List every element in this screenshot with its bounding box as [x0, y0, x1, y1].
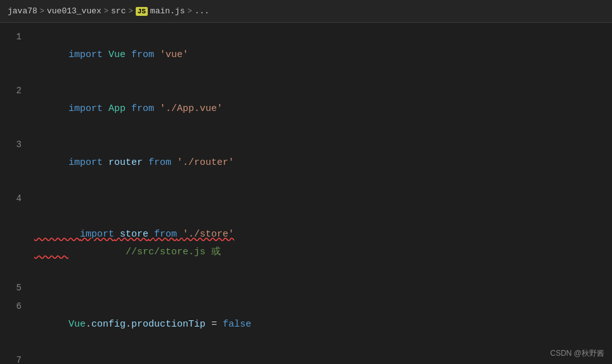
- code-line-1: 1 import Vue from 'vue': [0, 28, 612, 82]
- line-number-4: 4: [0, 190, 32, 207]
- line-content-5: [32, 280, 612, 297]
- code-line-4: 4 import store from './store' //src/stor…: [0, 190, 612, 279]
- dot2: .: [126, 319, 131, 330]
- code-line-2: 2 import App from './App.vue': [0, 82, 612, 136]
- breadcrumb-sep1: >: [40, 7, 44, 16]
- breadcrumb-sep4: >: [187, 7, 192, 16]
- keyword-from-2: from: [131, 103, 154, 114]
- code-line-5: 5: [0, 279, 612, 297]
- keyword-from-3: from: [148, 157, 171, 168]
- line-content-3: import router from './router': [32, 136, 612, 190]
- keyword-import-2: import: [68, 103, 103, 114]
- keyword-from-4: from: [154, 229, 177, 240]
- code-editor: 1 import Vue from 'vue' 2 import App fro…: [0, 23, 612, 364]
- code-line-6: 6 Vue.config.productionTip = false: [0, 297, 612, 351]
- line-content-4: import store from './store' //src/store.…: [32, 190, 612, 279]
- line-number-6: 6: [0, 297, 32, 315]
- keyword-false: false: [223, 319, 251, 330]
- breadcrumb-sep3: >: [128, 7, 133, 16]
- breadcrumb-file[interactable]: main.js: [150, 6, 185, 16]
- ident-config: config: [91, 319, 126, 330]
- ident-productiontip: productionTip: [131, 319, 205, 330]
- op-assign: =: [211, 319, 217, 330]
- comment-store: //src/store.js 或: [126, 247, 221, 257]
- line-number-5: 5: [0, 279, 32, 297]
- line-number-2: 2: [0, 82, 32, 100]
- ident-vue-config: Vue: [68, 319, 86, 330]
- watermark: CSDN @秋野酱: [550, 348, 604, 359]
- line-number-3: 3: [0, 136, 32, 153]
- string-app: './App.vue': [160, 103, 223, 114]
- keyword-import-4: import: [80, 229, 114, 240]
- breadcrumb: java78 > vue013_vuex > src > JS main.js …: [0, 0, 612, 23]
- keyword-from: from: [131, 49, 154, 60]
- keyword-import-3: import: [68, 157, 103, 168]
- ident-vue: Vue: [108, 49, 126, 60]
- line-content-7: [32, 352, 612, 364]
- line-content-6: Vue.config.productionTip = false: [32, 298, 612, 351]
- breadcrumb-ellipsis: ...: [195, 6, 209, 16]
- js-icon: JS: [136, 7, 148, 16]
- code-line-7: 7: [0, 351, 612, 364]
- ident-store: store: [120, 229, 148, 240]
- ident-router: router: [108, 157, 143, 168]
- breadcrumb-sep2: >: [104, 7, 108, 16]
- line-content-2: import App from './App.vue': [32, 82, 612, 136]
- string-store: './store': [183, 229, 234, 240]
- line-content-1: import Vue from 'vue': [32, 29, 612, 82]
- line-number-7: 7: [0, 351, 32, 364]
- ident-app: App: [108, 103, 126, 114]
- string-router: './router': [177, 157, 234, 168]
- breadcrumb-part1[interactable]: java78: [8, 6, 37, 16]
- keyword-import: import: [68, 49, 103, 60]
- dot1: .: [86, 319, 91, 330]
- line-number-1: 1: [0, 28, 32, 46]
- string-vue: 'vue': [160, 49, 188, 60]
- breadcrumb-part3[interactable]: src: [111, 6, 126, 16]
- code-line-3: 3 import router from './router': [0, 136, 612, 190]
- breadcrumb-part2[interactable]: vue013_vuex: [47, 6, 101, 16]
